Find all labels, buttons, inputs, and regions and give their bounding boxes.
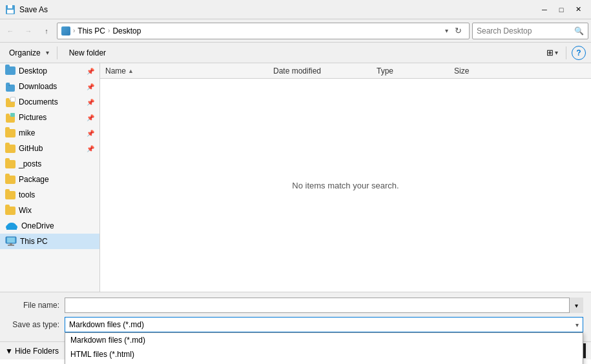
toolbar-divider — [57, 46, 57, 59]
type-option-md[interactable]: Markdown files (*.md) — [65, 333, 583, 347]
sidebar-item-pictures[interactable]: Pictures 📌 — [0, 110, 99, 125]
type-option-html[interactable]: HTML files (*.html) — [65, 347, 583, 361]
sidebar-item-mike[interactable]: mike 📌 — [0, 125, 99, 141]
column-size[interactable]: Size — [449, 63, 591, 78]
sidebar-item-wix[interactable]: Wix — [0, 203, 99, 218]
filename-input-wrapper: ▾ — [65, 298, 583, 313]
address-bar: › This PC › Desktop ▾ ↻ — [57, 23, 470, 39]
maximize-button[interactable]: □ — [554, 3, 569, 16]
type-select-display[interactable]: Markdown files (*.md) ▾ — [65, 317, 583, 332]
sidebar-label-github: GitHub — [19, 144, 43, 153]
sort-arrow: ▲ — [128, 68, 134, 74]
sidebar-item-desktop[interactable]: Desktop 📌 — [0, 63, 99, 79]
address-dropdown-button[interactable]: ▾ — [445, 27, 448, 34]
sidebar-label-documents: Documents — [19, 97, 58, 106]
column-date[interactable]: Date modified — [268, 63, 371, 78]
toolbar: Organize ▾ New folder ⊞ ▾ ? — [0, 43, 591, 63]
svg-rect-2 — [7, 10, 14, 14]
svg-rect-9 — [10, 243, 12, 245]
sidebar-label-desktop: Desktop — [19, 66, 47, 76]
no-items-message: No items match your search. — [292, 181, 399, 190]
column-type-label: Type — [377, 66, 393, 76]
sidebar-item-package[interactable]: Package — [0, 172, 99, 187]
file-area: Name ▲ Date modified Type Size No items … — [100, 63, 591, 292]
organize-group: Organize ▾ — [5, 46, 49, 59]
view-button[interactable]: ⊞ ▾ — [544, 46, 561, 59]
organize-button[interactable]: Organize — [5, 46, 45, 59]
refresh-button[interactable]: ↻ — [451, 24, 465, 38]
save-icon — [5, 5, 16, 15]
type-option-pdf[interactable]: PDF files (*.pdf) — [65, 361, 583, 364]
column-name[interactable]: Name ▲ — [100, 63, 268, 78]
help-button[interactable]: ? — [572, 46, 586, 60]
window-controls: ─ □ ✕ — [537, 3, 586, 16]
toolbar-divider2 — [566, 46, 566, 59]
svg-rect-10 — [8, 245, 14, 246]
pin-icon-documents: 📌 — [87, 99, 94, 106]
filetype-row: Save as type: Markdown files (*.md) ▾ Ma… — [8, 317, 583, 332]
hide-folders-button[interactable]: ▼ Hide Folders — [5, 347, 59, 356]
up-button[interactable]: ↑ — [39, 23, 54, 39]
title-bar-title: Save As — [19, 5, 48, 14]
pin-icon-desktop: 📌 — [87, 68, 94, 75]
sidebar-item-documents[interactable]: Documents 📌 — [0, 94, 99, 110]
column-name-label: Name — [105, 66, 126, 76]
column-size-label: Size — [454, 66, 469, 76]
type-dropdown: Markdown files (*.md) HTML files (*.html… — [65, 332, 583, 364]
svg-rect-8 — [7, 238, 15, 243]
filename-dropdown-button[interactable]: ▾ — [569, 298, 583, 313]
thispc-icon — [5, 236, 17, 247]
pin-icon-github: 📌 — [87, 145, 94, 152]
address-pc-icon — [61, 26, 70, 35]
file-header: Name ▲ Date modified Type Size — [100, 63, 591, 79]
pin-icon-downloads: 📌 — [87, 83, 94, 90]
sidebar: Desktop 📌 ↓ Downloads 📌 Documents 📌 — [0, 63, 100, 292]
filename-row: File name: ▾ — [8, 298, 583, 313]
sidebar-item-posts[interactable]: _posts — [0, 156, 99, 172]
sidebar-label-thispc: This PC — [20, 237, 48, 246]
sidebar-label-downloads: Downloads — [19, 82, 57, 91]
type-select-wrapper: Markdown files (*.md) ▾ Markdown files (… — [65, 317, 583, 332]
sidebar-label-onedrive: OneDrive — [21, 221, 54, 230]
view-grid-icon: ⊞ — [546, 48, 554, 57]
address-part-thispc[interactable]: This PC — [78, 26, 105, 35]
svg-rect-6 — [6, 227, 17, 230]
sidebar-label-mike: mike — [19, 128, 35, 137]
address-part-desktop[interactable]: Desktop — [112, 26, 141, 35]
search-input[interactable] — [477, 26, 574, 35]
search-icon: 🔍 — [574, 26, 584, 35]
sidebar-label-pictures: Pictures — [19, 113, 47, 122]
column-date-label: Date modified — [273, 66, 321, 76]
forward-button[interactable]: → — [21, 23, 36, 39]
bottom-area: File name: ▾ Save as type: Markdown file… — [0, 292, 591, 341]
onedrive-icon — [5, 221, 18, 230]
chevron-down-icon: ▾ — [575, 321, 579, 329]
filename-label: File name: — [8, 301, 59, 310]
sidebar-label-posts: _posts — [19, 159, 41, 168]
minimize-button[interactable]: ─ — [537, 3, 552, 16]
sidebar-item-downloads[interactable]: ↓ Downloads 📌 — [0, 79, 99, 94]
sidebar-item-thispc[interactable]: This PC — [0, 234, 99, 249]
chevron-down-icon-folders: ▼ — [5, 347, 13, 356]
svg-rect-1 — [8, 5, 12, 8]
main-area: Desktop 📌 ↓ Downloads 📌 Documents 📌 — [0, 63, 591, 292]
toolbar-right: ⊞ ▾ ? — [544, 46, 586, 60]
new-folder-button[interactable]: New folder — [65, 46, 110, 59]
sidebar-item-tools[interactable]: tools — [0, 187, 99, 203]
title-bar: Save As ─ □ ✕ — [0, 0, 591, 19]
sidebar-item-onedrive[interactable]: OneDrive — [0, 218, 99, 234]
filename-input[interactable] — [65, 298, 583, 313]
sidebar-label-wix: Wix — [19, 206, 32, 215]
pc-icon — [61, 26, 70, 35]
sidebar-item-github[interactable]: GitHub 📌 — [0, 141, 99, 156]
pin-icon-mike: 📌 — [87, 130, 94, 137]
sidebar-label-package: Package — [19, 175, 49, 184]
selected-type-text: Markdown files (*.md) — [69, 320, 144, 329]
back-button[interactable]: ← — [3, 23, 18, 39]
filetype-label: Save as type: — [8, 320, 59, 329]
close-button[interactable]: ✕ — [570, 3, 586, 16]
column-type[interactable]: Type — [371, 63, 449, 78]
address-path: › This PC › Desktop — [61, 26, 442, 35]
hide-folders-label: Hide Folders — [15, 347, 59, 356]
pin-icon-pictures: 📌 — [87, 114, 94, 121]
